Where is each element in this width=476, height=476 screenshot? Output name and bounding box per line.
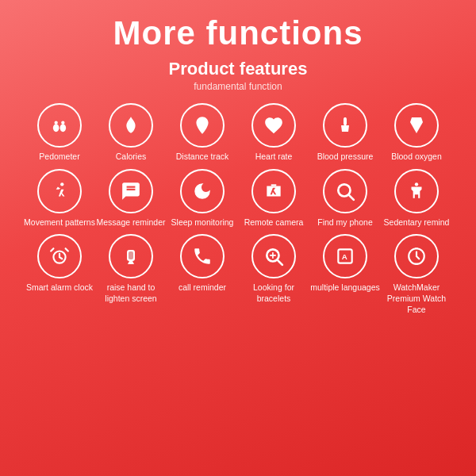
call-reminder-icon xyxy=(180,234,225,278)
feature-item-movement-patterns: Movement patterns xyxy=(24,169,95,228)
movement-patterns-label: Movement patterns xyxy=(24,217,95,228)
looking-bracelets-label: Looking for bracelets xyxy=(238,282,309,304)
message-reminder-icon xyxy=(109,169,153,213)
blood-pressure-label: Blood pressure xyxy=(317,152,374,163)
feature-item-smart-alarm: Smart alarm clock xyxy=(24,234,95,315)
watchmaker-icon xyxy=(394,234,439,278)
svg-line-16 xyxy=(278,260,282,265)
feature-item-message-reminder: Message reminder xyxy=(95,169,167,228)
feature-item-blood-pressure: Blood pressure xyxy=(309,103,381,163)
svg-point-2 xyxy=(55,121,58,125)
subtitle: Product features xyxy=(169,59,308,79)
feature-item-sedentary-remind: Sedentary remind xyxy=(381,169,452,228)
raise-hand-label: raise hand to lighten screen xyxy=(95,282,167,304)
feature-item-looking-bracelets: Looking for bracelets xyxy=(238,234,309,315)
raise-hand-icon xyxy=(109,234,153,278)
heart-rate-label: Heart rate xyxy=(255,152,293,163)
feature-item-sleep-monitoring: Sleep monitoring xyxy=(167,169,238,228)
svg-point-8 xyxy=(60,182,63,186)
sleep-monitoring-label: Sleep monitoring xyxy=(171,217,234,228)
smart-alarm-label: Smart alarm clock xyxy=(26,282,93,294)
svg-line-10 xyxy=(349,195,354,200)
feature-item-watchmaker: WatchMaker Premium Watch Face xyxy=(381,234,452,315)
svg-point-11 xyxy=(415,182,418,186)
find-my-phone-label: Find my phone xyxy=(317,217,372,228)
multiple-languages-icon: A xyxy=(323,234,367,278)
features-grid: PedometerCaloriesDistance trackHeart rat… xyxy=(24,103,452,315)
movement-patterns-icon xyxy=(37,169,82,213)
svg-rect-14 xyxy=(129,251,133,259)
watchmaker-label: WatchMaker Premium Watch Face xyxy=(381,282,452,315)
blood-oxygen-label: Blood oxygen xyxy=(391,152,442,163)
feature-item-raise-hand: raise hand to lighten screen xyxy=(95,234,167,315)
svg-point-0 xyxy=(53,124,60,132)
feature-item-multiple-languages: Amultiple languages xyxy=(309,234,381,315)
find-my-phone-icon xyxy=(323,169,367,213)
remote-camera-label: Remote camera xyxy=(244,217,304,228)
sedentary-remind-icon xyxy=(394,169,439,213)
calories-label: Calories xyxy=(116,152,147,163)
calories-icon xyxy=(109,103,153,148)
blood-pressure-icon xyxy=(323,103,367,148)
feature-item-pedometer: Pedometer xyxy=(24,103,95,163)
feature-item-calories: Calories xyxy=(95,103,167,163)
blood-oxygen-icon xyxy=(394,103,439,148)
svg-rect-20 xyxy=(415,248,418,249)
remote-camera-icon xyxy=(251,169,296,213)
feature-item-find-my-phone: Find my phone xyxy=(309,169,381,228)
sedentary-remind-label: Sedentary remind xyxy=(384,217,450,228)
pedometer-icon xyxy=(37,103,82,148)
smart-alarm-icon xyxy=(37,234,82,278)
call-reminder-label: call reminder xyxy=(178,282,226,294)
feature-item-remote-camera: Remote camera xyxy=(238,169,309,228)
tagline: fundamental function xyxy=(194,81,282,92)
message-reminder-label: Message reminder xyxy=(97,217,166,228)
distance-track-icon xyxy=(180,103,225,148)
svg-point-1 xyxy=(60,124,67,132)
svg-point-7 xyxy=(415,122,418,125)
sleep-monitoring-icon xyxy=(180,169,225,213)
main-title: More functions xyxy=(113,14,363,52)
svg-point-3 xyxy=(61,121,64,125)
feature-item-call-reminder: call reminder xyxy=(167,234,238,315)
pedometer-label: Pedometer xyxy=(39,152,79,163)
feature-item-blood-oxygen: Blood oxygen xyxy=(381,103,452,163)
svg-text:A: A xyxy=(342,253,347,262)
page: More functions Product features fundamen… xyxy=(0,0,476,476)
multiple-languages-label: multiple languages xyxy=(310,282,380,294)
feature-item-distance-track: Distance track xyxy=(167,103,238,163)
looking-bracelets-icon xyxy=(251,234,296,278)
svg-rect-21 xyxy=(415,263,418,265)
distance-track-label: Distance track xyxy=(176,152,229,163)
heart-rate-icon xyxy=(251,103,296,148)
feature-item-heart-rate: Heart rate xyxy=(238,103,309,163)
